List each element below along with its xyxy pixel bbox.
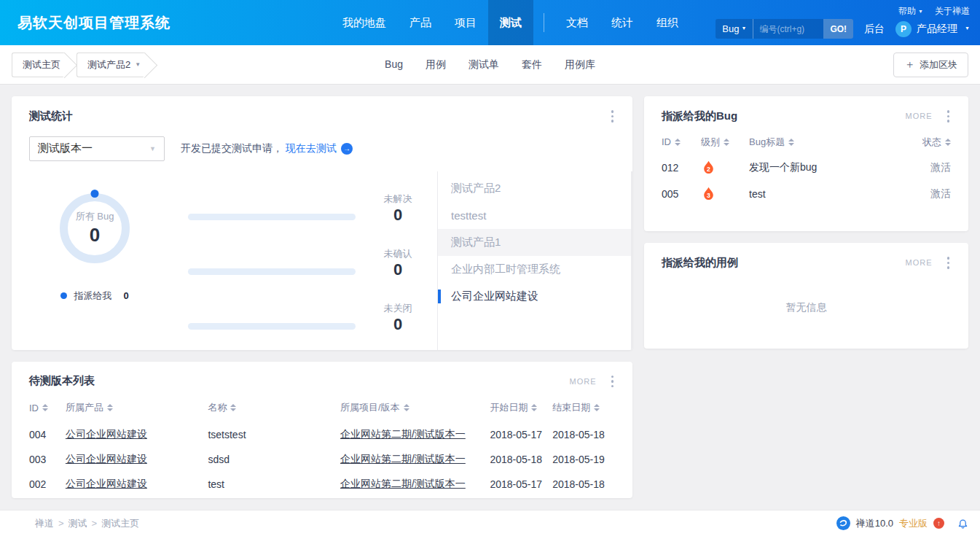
panel-title: 指派给我的用例 bbox=[662, 256, 738, 270]
sort-icon bbox=[230, 404, 236, 411]
breadcrumb-product-dropdown[interactable]: 测试产品2▼ bbox=[77, 53, 145, 77]
version-label[interactable]: 禅道10.0 bbox=[856, 517, 893, 530]
nav-item-project[interactable]: 项目 bbox=[443, 0, 488, 45]
donut-value: 0 bbox=[90, 224, 100, 246]
product-list-item[interactable]: 企业内部工时管理系统 bbox=[438, 256, 631, 283]
admin-link[interactable]: 后台 bbox=[864, 23, 885, 36]
user-menu[interactable]: P 产品经理 ▼ bbox=[895, 21, 970, 37]
more-link[interactable]: MORE bbox=[906, 112, 933, 120]
table-row: 005 3 test 激活 bbox=[662, 181, 951, 207]
bug-bars: 未解决 0 未确认 0 未关闭 bbox=[178, 171, 430, 350]
tab-suite[interactable]: 套件 bbox=[522, 58, 542, 71]
status-badge: 激活 bbox=[906, 161, 951, 174]
project-link[interactable]: 企业网站第二期/测试版本一 bbox=[340, 453, 466, 466]
navbar-right: 帮助▼ 关于禅道 Bug▼ GO! 后台 P 产品经理 ▼ bbox=[716, 0, 970, 45]
bug-donut-chart: 所有 Bug 0 bbox=[60, 193, 130, 263]
empty-message: 暂无信息 bbox=[644, 301, 968, 314]
breadcrumb-test-home[interactable]: 测试主页 bbox=[12, 53, 65, 77]
help-menu[interactable]: 帮助▼ bbox=[898, 5, 923, 18]
col-product[interactable]: 所属产品 bbox=[66, 401, 208, 414]
col-id[interactable]: ID bbox=[29, 403, 66, 413]
table-row: 012 2 发现一个新bug 激活 bbox=[662, 155, 951, 181]
chevron-down-icon: ▼ bbox=[149, 145, 156, 152]
notification-bell-icon[interactable] bbox=[957, 517, 968, 529]
col-severity[interactable]: 级别 bbox=[701, 136, 749, 149]
main-nav: 我的地盘 产品 项目 测试 文档 统计 组织 bbox=[331, 0, 690, 45]
arrow-right-icon[interactable]: → bbox=[341, 143, 353, 155]
panel-title: 待测版本列表 bbox=[29, 374, 95, 388]
status-badge: 激活 bbox=[906, 187, 951, 201]
panel-menu-icon[interactable] bbox=[610, 374, 616, 389]
col-status[interactable]: 状态 bbox=[906, 136, 951, 149]
chevron-down-icon: ▼ bbox=[918, 9, 923, 14]
subheader: 测试主页 测试产品2▼ Bug 用例 测试单 套件 用例库 ＋ 添加区块 bbox=[0, 45, 980, 85]
dashboard: 测试统计 测试版本一 ▼ 开发已提交测试申请，现在去测试 → bbox=[0, 85, 980, 510]
table-header: ID 所属产品 名称 所属项目/版本 开始日期 结束日期 bbox=[29, 393, 615, 422]
product-list-item[interactable]: 测试产品1 bbox=[438, 229, 631, 256]
product-link[interactable]: 公司企业网站建设 bbox=[66, 428, 147, 441]
sort-icon bbox=[724, 139, 729, 146]
bar-row-unclosed: 未关闭 0 bbox=[188, 291, 430, 346]
add-block-button[interactable]: ＋ 添加区块 bbox=[893, 53, 968, 77]
search-type-dropdown[interactable]: Bug▼ bbox=[716, 19, 753, 39]
more-link[interactable]: MORE bbox=[906, 258, 933, 267]
tab-caselib[interactable]: 用例库 bbox=[565, 58, 595, 71]
col-project[interactable]: 所属项目/版本 bbox=[340, 401, 490, 414]
tab-testtask[interactable]: 测试单 bbox=[469, 58, 499, 71]
footer-crumb[interactable]: 测试 bbox=[68, 517, 87, 530]
nav-item-org[interactable]: 组织 bbox=[645, 0, 690, 45]
edition-label[interactable]: 专业版 bbox=[899, 517, 928, 530]
more-link[interactable]: MORE bbox=[570, 377, 597, 386]
col-end[interactable]: 结束日期 bbox=[552, 401, 615, 414]
tab-case[interactable]: 用例 bbox=[426, 58, 446, 71]
product-list-item[interactable]: 测试产品2 bbox=[438, 175, 631, 202]
nav-item-my[interactable]: 我的地盘 bbox=[331, 0, 398, 45]
bar-row-unconfirmed: 未确认 0 bbox=[188, 236, 430, 291]
table-row: 003 公司企业网站建设 sdsd 企业网站第二期/测试版本一 2018-05-… bbox=[29, 447, 615, 472]
sort-icon bbox=[107, 404, 113, 411]
product-list-item[interactable]: testtest bbox=[438, 202, 631, 229]
donut-marker-dot bbox=[91, 190, 99, 198]
bug-title-link[interactable]: test bbox=[749, 188, 766, 200]
product-list: 测试产品2 testtest 测试产品1 企业内部工时管理系统 公司企业网站建设 bbox=[438, 171, 632, 350]
nav-item-report[interactable]: 统计 bbox=[600, 0, 645, 45]
col-title[interactable]: Bug标题 bbox=[749, 136, 906, 149]
panel-title: 测试统计 bbox=[29, 109, 73, 123]
about-link[interactable]: 关于禅道 bbox=[935, 5, 970, 18]
product-link[interactable]: 公司企业网站建设 bbox=[66, 478, 147, 491]
project-link[interactable]: 企业网站第二期/测试版本一 bbox=[340, 478, 466, 491]
search-go-button[interactable]: GO! bbox=[823, 19, 853, 39]
col-name[interactable]: 名称 bbox=[208, 401, 340, 414]
panel-menu-icon[interactable] bbox=[946, 109, 952, 124]
sort-icon bbox=[404, 404, 409, 411]
footer-crumb[interactable]: 测试主页 bbox=[101, 517, 139, 530]
project-link[interactable]: 企业网站第二期/测试版本一 bbox=[340, 428, 466, 441]
avatar: P bbox=[895, 21, 912, 37]
bug-title-link[interactable]: 发现一个新bug bbox=[749, 161, 817, 174]
footer: 禅道 > 测试 > 测试主页 禅道10.0 专业版 ↑ bbox=[0, 510, 980, 536]
panel-menu-icon[interactable] bbox=[610, 109, 616, 124]
go-test-link[interactable]: 现在去测试 bbox=[286, 142, 337, 155]
product-link[interactable]: 公司企业网站建设 bbox=[66, 453, 147, 466]
severity-flame-icon: 2 bbox=[701, 160, 716, 176]
col-start[interactable]: 开始日期 bbox=[490, 401, 552, 414]
table-header: ID 级别 Bug标题 状态 bbox=[662, 130, 951, 155]
tab-bug[interactable]: Bug bbox=[385, 58, 403, 71]
legend-dot-icon bbox=[60, 292, 67, 299]
panel-my-bugs: 指派给我的Bug MORE ID 级别 Bug标题 状态 012 2 bbox=[644, 96, 968, 231]
footer-crumb[interactable]: 禅道 bbox=[35, 517, 54, 530]
svg-text:3: 3 bbox=[707, 191, 710, 198]
nav-item-test[interactable]: 测试 bbox=[488, 0, 533, 45]
col-id[interactable]: ID bbox=[662, 136, 701, 147]
nav-item-product[interactable]: 产品 bbox=[398, 0, 443, 45]
product-list-item-active[interactable]: 公司企业网站建设 bbox=[438, 283, 631, 310]
version-select[interactable]: 测试版本一 ▼ bbox=[29, 136, 165, 161]
nav-item-doc[interactable]: 文档 bbox=[554, 0, 600, 45]
app-logo: 易软天创项目管理系统 bbox=[0, 13, 188, 33]
search-input[interactable] bbox=[753, 24, 823, 34]
panel-menu-icon[interactable] bbox=[946, 255, 952, 271]
upgrade-icon[interactable]: ↑ bbox=[933, 518, 944, 529]
global-search: Bug▼ GO! bbox=[716, 19, 853, 39]
zentao-logo-icon bbox=[836, 516, 850, 530]
builds-table: ID 所属产品 名称 所属项目/版本 开始日期 结束日期 004 公司企业网站建… bbox=[29, 393, 615, 497]
